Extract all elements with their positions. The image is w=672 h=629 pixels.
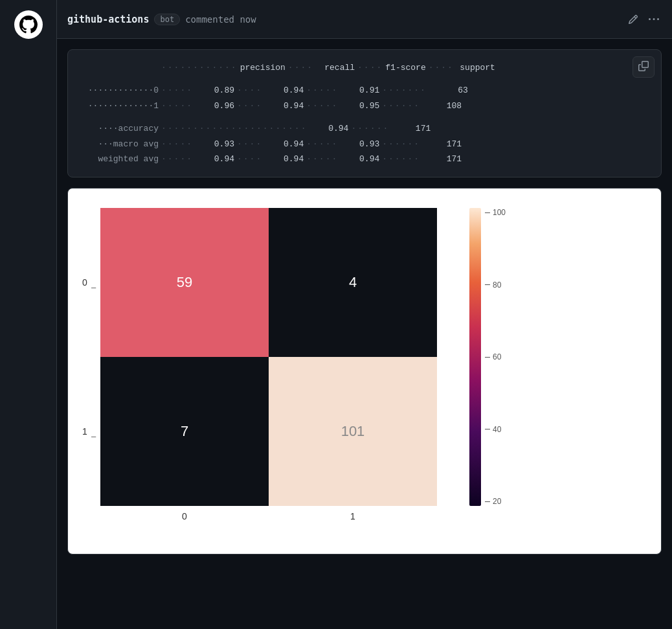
weighted-precision: 0.94 xyxy=(196,152,234,166)
page-wrapper: github-actions bot commented now xyxy=(0,0,672,629)
macro-label: ···macro avg xyxy=(81,137,159,152)
macro-support: 171 xyxy=(423,137,462,152)
colorbar: 100 80 60 40 xyxy=(469,208,506,506)
tick-80: 80 xyxy=(485,280,501,290)
cell-false-negative-1-0: 7 xyxy=(100,357,269,506)
row0-support: 63 xyxy=(429,83,468,98)
row0-label: ·············0 xyxy=(81,83,159,98)
confusion-matrix-plot: 0 1 – – 59 4 7 xyxy=(67,188,662,555)
macro-precision: 0.93 xyxy=(196,137,234,152)
report-row-1: ·············1 ····· 0.96 ···· 0.94 ····… xyxy=(81,98,648,113)
x-label-1: 1 xyxy=(269,511,437,521)
cell-false-positive-0-1: 4 xyxy=(269,208,437,357)
comment-header: github-actions bot commented now xyxy=(57,0,672,39)
x-axis-labels: 0 1 xyxy=(100,506,437,521)
more-options-button[interactable] xyxy=(646,12,662,27)
header-precision: precision xyxy=(240,60,286,75)
bot-badge: bot xyxy=(154,14,180,25)
report-row-0: ·············0 ····· 0.89 ···· 0.94 ····… xyxy=(81,83,648,98)
report-weighted-row: weighted avg ····· 0.94 ···· 0.94 ····· … xyxy=(81,152,648,166)
weighted-label: weighted avg xyxy=(81,152,159,166)
row1-label: ·············1 xyxy=(81,98,159,113)
spacer-1 xyxy=(81,75,648,83)
classification-report: ············ precision ···· recall ···· … xyxy=(67,49,662,177)
y-label-0: 0 xyxy=(82,277,87,288)
github-logo xyxy=(14,10,43,39)
tick-20: 20 xyxy=(485,497,501,506)
row1-recall: 0.94 xyxy=(265,98,304,113)
comment-timestamp: commented now xyxy=(185,14,256,25)
accuracy-f1: 0.94 xyxy=(309,121,348,136)
report-accuracy-row: ····accuracy ······················· 0.9… xyxy=(81,121,648,136)
tick-60: 60 xyxy=(485,352,501,361)
weighted-recall: 0.94 xyxy=(265,152,304,166)
header-support: support xyxy=(456,60,495,75)
row0-f1: 0.91 xyxy=(341,83,379,98)
tick-40: 40 xyxy=(485,425,501,434)
weighted-f1: 0.94 xyxy=(341,152,379,166)
cell-true-positive-1-1: 101 xyxy=(269,357,437,506)
row1-support: 108 xyxy=(423,98,462,113)
tick-100: 100 xyxy=(485,208,506,217)
row1-precision: 0.96 xyxy=(196,98,234,113)
report-header-row: ············ precision ···· recall ···· … xyxy=(81,60,648,75)
header-f1: f1-score xyxy=(385,60,425,75)
matrix-wrapper: 0 1 – – 59 4 7 xyxy=(100,208,648,521)
colorbar-gradient xyxy=(469,208,481,506)
colorbar-ticks: 100 80 60 40 xyxy=(485,208,506,506)
confusion-matrix-grid: 59 4 7 101 xyxy=(100,208,437,506)
macro-f1: 0.93 xyxy=(341,137,379,152)
row0-recall: 0.94 xyxy=(265,83,304,98)
username-label: github-actions xyxy=(67,14,149,25)
left-sidebar xyxy=(0,0,57,629)
cell-true-negative-0-0: 59 xyxy=(100,208,269,357)
accuracy-label: ····accuracy xyxy=(81,121,159,136)
x-label-0: 0 xyxy=(100,511,269,521)
spacer-2 xyxy=(81,113,648,121)
macro-recall: 0.94 xyxy=(265,137,304,152)
header-actions xyxy=(625,12,662,27)
weighted-support: 171 xyxy=(423,152,462,166)
row1-f1: 0.95 xyxy=(341,98,379,113)
row0-precision: 0.89 xyxy=(196,83,234,98)
matrix-area: 0 1 – – 59 4 7 xyxy=(100,208,437,521)
main-content: github-actions bot commented now xyxy=(57,0,672,629)
copy-button[interactable] xyxy=(633,56,655,78)
edit-button[interactable] xyxy=(625,12,641,27)
header-left: github-actions bot commented now xyxy=(67,14,256,25)
accuracy-support: 171 xyxy=(392,121,431,136)
report-macro-row: ···macro avg ····· 0.93 ···· 0.94 ····· … xyxy=(81,137,648,152)
y-label-1: 1 xyxy=(82,426,87,437)
header-recall: recall xyxy=(316,60,355,75)
